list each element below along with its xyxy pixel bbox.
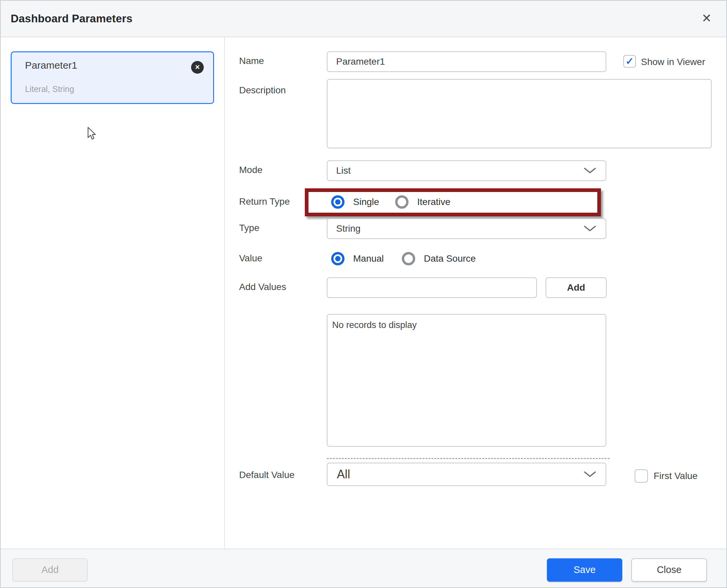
dialog-footer: Add Save Close xyxy=(1,549,726,588)
add-values-label: Add Values xyxy=(239,282,286,292)
add-parameter-button-label: Add xyxy=(41,564,59,575)
add-parameter-button[interactable]: Add xyxy=(12,558,88,582)
parameter-card-meta: Literal, String xyxy=(25,84,74,94)
return-type-option-single[interactable]: Single xyxy=(331,195,379,209)
close-button[interactable]: Close xyxy=(631,558,707,582)
type-select[interactable]: String xyxy=(327,218,606,239)
default-value-select-value: All xyxy=(337,467,350,481)
type-select-value: String xyxy=(336,223,360,234)
description-input[interactable] xyxy=(327,79,712,148)
name-input[interactable] xyxy=(327,51,606,72)
chevron-down-icon xyxy=(584,471,596,478)
value-data-source-label: Data Source xyxy=(424,253,476,264)
chevron-down-icon xyxy=(584,167,596,174)
name-label: Name xyxy=(239,56,264,66)
dialog-header: Dashboard Parameters ✕ xyxy=(1,1,726,37)
return-type-option-iterative[interactable]: Iterative xyxy=(395,195,451,209)
dialog-title: Dashboard Parameters xyxy=(11,1,132,37)
value-option-manual[interactable]: Manual xyxy=(331,252,384,265)
parameter-card-parameter1[interactable]: Parameter1 Literal, String ✕ xyxy=(11,51,214,104)
check-icon: ✓ xyxy=(625,56,633,67)
close-button-label: Close xyxy=(657,564,681,575)
default-value-select[interactable]: All xyxy=(327,463,606,486)
remove-parameter-icon[interactable]: ✕ xyxy=(191,61,204,74)
close-icon[interactable]: ✕ xyxy=(702,1,712,37)
description-label: Description xyxy=(239,85,286,96)
return-type-single-label: Single xyxy=(353,197,379,207)
radio-unselected-icon xyxy=(402,252,415,265)
type-label: Type xyxy=(239,223,259,233)
add-value-button-label: Add xyxy=(567,282,585,293)
radio-selected-icon xyxy=(331,252,345,265)
add-value-button[interactable]: Add xyxy=(545,277,607,298)
mode-select-value: List xyxy=(336,165,351,176)
empty-records-text: No records to display xyxy=(332,320,417,330)
mode-label: Mode xyxy=(239,165,263,175)
value-option-data-source[interactable]: Data Source xyxy=(402,252,476,265)
parameter-card-name: Parameter1 xyxy=(25,60,77,71)
radio-selected-icon xyxy=(331,195,345,209)
dashboard-parameters-dialog: Dashboard Parameters ✕ Parameter1 Litera… xyxy=(0,0,727,588)
save-button[interactable]: Save xyxy=(547,558,622,582)
show-in-viewer-label: Show in Viewer xyxy=(641,57,705,67)
return-type-label: Return Type xyxy=(239,196,290,207)
default-value-label: Default Value xyxy=(239,470,294,480)
dashed-divider xyxy=(327,458,609,459)
show-in-viewer-checkbox[interactable]: ✓ xyxy=(623,55,636,68)
mode-select[interactable]: List xyxy=(327,160,606,181)
mouse-cursor-icon xyxy=(87,127,97,141)
value-manual-label: Manual xyxy=(353,253,384,264)
chevron-down-icon xyxy=(584,225,596,232)
values-list: No records to display xyxy=(327,314,606,447)
first-value-checkbox[interactable] xyxy=(635,469,648,483)
value-label: Value xyxy=(239,253,263,264)
save-button-label: Save xyxy=(574,564,596,575)
first-value-label: First Value xyxy=(653,471,698,481)
add-values-input[interactable] xyxy=(327,277,537,298)
panel-divider xyxy=(224,37,225,549)
return-type-iterative-label: Iterative xyxy=(417,197,451,207)
radio-unselected-icon xyxy=(395,195,409,209)
